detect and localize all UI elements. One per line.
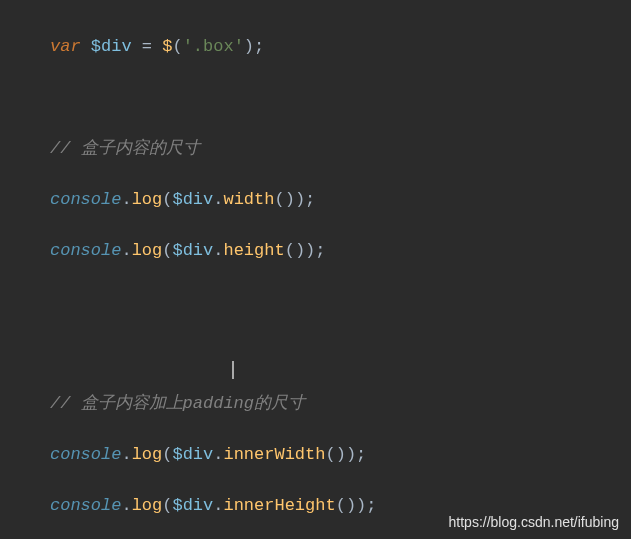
method-innerheight: innerHeight xyxy=(223,496,335,515)
code-line: var $div = $('.box'); xyxy=(50,34,631,60)
comment: // 盒子内容加上padding的尺寸 xyxy=(50,394,305,413)
code-line: console.log($div.innerWidth()); xyxy=(50,442,631,468)
comment: // 盒子内容的尺寸 xyxy=(50,139,200,158)
paren-close: ) xyxy=(244,37,254,56)
method-log: log xyxy=(132,190,163,209)
semicolon: ; xyxy=(254,37,264,56)
blank-line xyxy=(50,289,631,315)
blank-line xyxy=(50,340,631,366)
method-width: width xyxy=(223,190,274,209)
code-line: // 盒子内容的尺寸 xyxy=(50,136,631,162)
method-innerwidth: innerWidth xyxy=(223,445,325,464)
blank-line xyxy=(50,85,631,111)
code-line: console.log($div.height()); xyxy=(50,238,631,264)
operator-assign: = xyxy=(132,37,163,56)
code-line: // 盒子内容加上padding的尺寸 xyxy=(50,391,631,417)
code-block: var $div = $('.box'); // 盒子内容的尺寸 console… xyxy=(0,0,631,539)
code-line: console.log($div.width()); xyxy=(50,187,631,213)
jquery-fn: $ xyxy=(162,37,172,56)
console-obj: console xyxy=(50,190,121,209)
method-height: height xyxy=(223,241,284,260)
string-selector: '.box' xyxy=(183,37,244,56)
variable-div: $div xyxy=(91,37,132,56)
paren-open: ( xyxy=(172,37,182,56)
keyword-var: var xyxy=(50,37,81,56)
watermark-text: https://blog.csdn.net/ifubing xyxy=(449,512,619,533)
